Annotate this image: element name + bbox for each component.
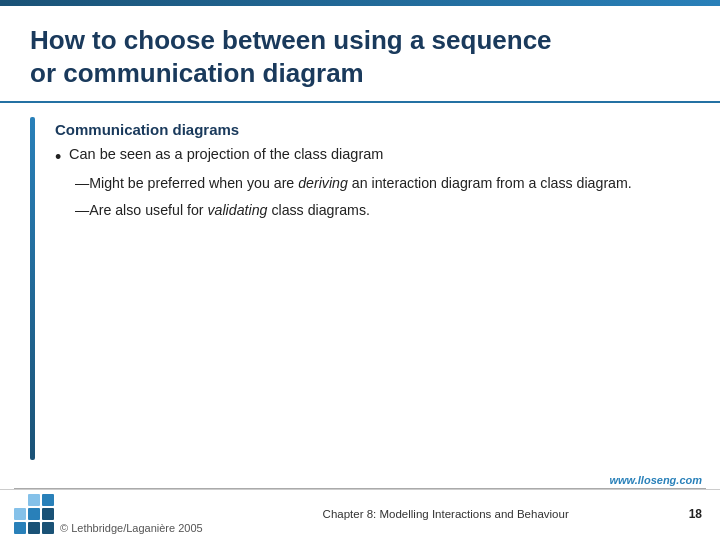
sub1-when: when — [209, 175, 243, 191]
sub1-before: Might be preferred — [89, 175, 209, 191]
website-text: www.lloseng.com — [610, 474, 703, 486]
page-number: 18 — [689, 507, 702, 521]
em-dash-2: — — [75, 202, 89, 218]
slide-title: How to choose between using a sequence o… — [30, 24, 690, 89]
cube-cell — [42, 494, 54, 506]
bullet-dot-1: • — [55, 148, 63, 166]
cube-cell — [14, 494, 26, 506]
content-area: Communication diagrams • Can be seen as … — [0, 103, 720, 474]
sub-item-2: —Are also useful for validating class di… — [75, 199, 680, 221]
sub2-italic: validating — [207, 202, 267, 218]
cube-grid-logo — [14, 494, 54, 534]
title-area: How to choose between using a sequence o… — [0, 6, 720, 103]
sub2-after: class diagrams. — [267, 202, 370, 218]
cube-cell — [42, 522, 54, 534]
www-line: www.lloseng.com — [0, 474, 720, 486]
sub1-after: an interaction diagram from a class diag… — [348, 175, 632, 191]
sub-item-1: —Might be preferred when you are derivin… — [75, 172, 680, 194]
sub1-italic: deriving — [298, 175, 348, 191]
left-accent-bar — [30, 117, 35, 460]
section-heading: Communication diagrams — [55, 121, 680, 138]
copyright-text: © Lethbridge/Laganière 2005 — [60, 522, 203, 534]
cube-cell — [42, 508, 54, 520]
cube-cell — [28, 522, 40, 534]
sub1-middle: you are — [243, 175, 298, 191]
cube-cell — [14, 508, 26, 520]
footer-bar: © Lethbridge/Laganière 2005 Chapter 8: M… — [0, 489, 720, 540]
cube-cell — [14, 522, 26, 534]
em-dash-1: — — [75, 175, 89, 191]
cube-cell — [28, 508, 40, 520]
bullet-item-1: • Can be seen as a projection of the cla… — [55, 146, 680, 166]
slide: How to choose between using a sequence o… — [0, 0, 720, 540]
sub2-before: Are also useful for — [89, 202, 207, 218]
bullet-text-1: Can be seen as a projection of the class… — [69, 146, 383, 162]
logo-area: © Lethbridge/Laganière 2005 — [14, 494, 203, 534]
cube-cell — [28, 494, 40, 506]
chapter-text: Chapter 8: Modelling Interactions and Be… — [203, 508, 689, 520]
